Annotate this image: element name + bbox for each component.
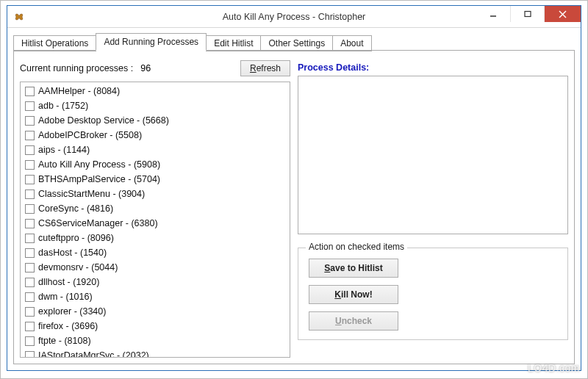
list-item[interactable]: CS6ServiceManager - (6380)	[22, 216, 288, 231]
checkbox-icon[interactable]	[25, 322, 35, 331]
close-button[interactable]	[544, 6, 581, 22]
window-controls	[476, 6, 581, 27]
kill-now-button[interactable]: Kill Now!	[309, 285, 398, 304]
checkbox-icon[interactable]	[25, 131, 35, 140]
checkbox-icon[interactable]	[25, 101, 35, 111]
list-item-label: dwm - (1016)	[38, 290, 93, 303]
list-item[interactable]: IAStorDataMgrSvc - (2032)	[22, 348, 288, 357]
list-item[interactable]: dasHost - (1540)	[22, 245, 288, 260]
list-item[interactable]: BTHSAmpPalService - (5704)	[22, 172, 288, 187]
list-item-label: ftpte - (8108)	[38, 334, 91, 347]
tab-other-settings[interactable]: Other Settings	[260, 35, 333, 51]
list-item[interactable]: ftpte - (8108)	[22, 333, 288, 348]
list-item-label: IAStorDataMgrSvc - (2032)	[38, 349, 149, 357]
list-item-label: Auto Kill Any Process - (5908)	[38, 158, 160, 171]
checkbox-icon[interactable]	[25, 219, 35, 228]
list-item[interactable]: firefox - (3696)	[22, 319, 288, 333]
process-details-label: Process Details:	[298, 62, 568, 73]
svg-rect-1	[525, 12, 531, 17]
list-item[interactable]: aips - (1144)	[22, 142, 288, 157]
list-item-label: Adobe Desktop Service - (5668)	[38, 114, 169, 127]
checkbox-icon[interactable]	[25, 145, 35, 155]
list-item-label: aips - (1144)	[38, 143, 90, 156]
list-item-label: cuteftppro - (8096)	[38, 231, 114, 245]
process-header: Current running processes : 96 Refresh	[20, 59, 290, 77]
tabstrip: Hitlist Operations Add Running Processes…	[13, 32, 575, 50]
checkbox-icon[interactable]	[25, 234, 35, 243]
app-window: Auto Kill Any Process - Christopher Hitl…	[7, 5, 581, 371]
tab-panel: Current running processes : 96 Refresh A…	[13, 50, 575, 364]
uncheck-button[interactable]: Uncheck	[309, 311, 398, 331]
client-area: Hitlist Operations Add Running Processes…	[7, 28, 581, 370]
process-listbox[interactable]: AAMHelper - (8084)adb - (1752)Adobe Desk…	[20, 82, 290, 358]
checkbox-icon[interactable]	[25, 351, 35, 358]
actions-fieldset: Action on checked items Save to Hitlist …	[298, 248, 568, 340]
checkbox-icon[interactable]	[25, 204, 35, 214]
list-item[interactable]: dwm - (1016)	[22, 289, 288, 304]
list-item[interactable]: CoreSync - (4816)	[22, 201, 288, 216]
list-item[interactable]: Auto Kill Any Process - (5908)	[22, 157, 288, 172]
checkbox-icon[interactable]	[25, 248, 35, 258]
actions-legend: Action on checked items	[306, 242, 407, 252]
list-item[interactable]: AdobeIPCBroker - (5508)	[22, 128, 288, 142]
list-item-label: BTHSAmpPalService - (5704)	[38, 173, 160, 186]
list-item[interactable]: dllhost - (1920)	[22, 275, 288, 289]
minimize-button[interactable]	[476, 6, 510, 22]
list-item-label: ClassicStartMenu - (3904)	[38, 187, 145, 201]
save-to-hitlist-button[interactable]: Save to Hitlist	[309, 259, 398, 278]
left-column: Current running processes : 96 Refresh A…	[20, 59, 290, 358]
right-column: Process Details: Action on checked items…	[298, 59, 568, 358]
checkbox-icon[interactable]	[25, 160, 35, 170]
list-item-label: CoreSync - (4816)	[38, 202, 113, 215]
running-processes-count: 96	[140, 63, 151, 73]
tab-about[interactable]: About	[332, 35, 371, 51]
list-item[interactable]: adb - (1752)	[22, 98, 288, 113]
list-item-label: dasHost - (1540)	[38, 246, 107, 259]
tab-add-running-processes[interactable]: Add Running Processes	[96, 33, 207, 51]
refresh-button[interactable]: Refresh	[240, 60, 290, 76]
checkbox-icon[interactable]	[25, 116, 35, 126]
tab-hitlist-operations[interactable]: Hitlist Operations	[13, 35, 96, 51]
tab-edit-hitlist[interactable]: Edit Hitlist	[206, 35, 261, 51]
list-item[interactable]: devmonsrv - (5044)	[22, 260, 288, 275]
checkbox-icon[interactable]	[25, 278, 35, 287]
maximize-button[interactable]	[510, 6, 544, 22]
list-item-label: AdobeIPCBroker - (5508)	[38, 129, 142, 142]
process-details-box[interactable]	[298, 76, 568, 234]
checkbox-icon[interactable]	[25, 292, 35, 302]
checkbox-icon[interactable]	[25, 190, 35, 199]
list-item-label: firefox - (3696)	[38, 320, 98, 333]
list-item-label: dllhost - (1920)	[38, 275, 99, 289]
app-icon	[13, 11, 25, 23]
checkbox-icon[interactable]	[25, 307, 35, 317]
checkbox-icon[interactable]	[25, 336, 35, 346]
checkbox-icon[interactable]	[25, 263, 35, 272]
list-item[interactable]: AAMHelper - (8084)	[22, 84, 288, 98]
list-item-label: AAMHelper - (8084)	[38, 84, 120, 98]
list-item[interactable]: cuteftppro - (8096)	[22, 231, 288, 245]
running-processes-label: Current running processes :	[20, 63, 133, 73]
list-item-label: CS6ServiceManager - (6380)	[38, 217, 158, 230]
checkbox-icon[interactable]	[25, 175, 35, 184]
window-title: Auto Kill Any Process - Christopher	[223, 12, 366, 22]
list-item-label: adb - (1752)	[38, 99, 88, 112]
list-item[interactable]: ClassicStartMenu - (3904)	[22, 187, 288, 201]
list-item-label: devmonsrv - (5044)	[38, 261, 118, 274]
list-item-label: explorer - (3340)	[38, 305, 106, 318]
titlebar[interactable]: Auto Kill Any Process - Christopher	[7, 6, 581, 28]
list-item[interactable]: Adobe Desktop Service - (5668)	[22, 113, 288, 128]
list-item[interactable]: explorer - (3340)	[22, 304, 288, 319]
checkbox-icon[interactable]	[25, 87, 35, 96]
